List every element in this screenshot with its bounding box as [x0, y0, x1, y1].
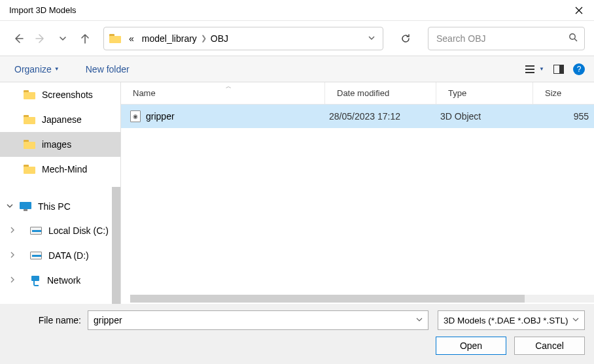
cancel-button[interactable]: Cancel — [514, 337, 585, 355]
sidebar-item-label: images — [42, 139, 71, 150]
title-bar: Import 3D Models — [0, 0, 594, 21]
chevron-down-icon — [59, 35, 67, 42]
toolbar: Organize ▼ New folder ▼ ? — [0, 56, 594, 82]
recent-locations-button[interactable] — [54, 29, 72, 48]
horizontal-scrollbar[interactable] — [130, 295, 594, 303]
preview-pane-icon — [553, 65, 564, 74]
search-icon — [568, 33, 578, 44]
sidebar-item-label: DATA (D:) — [48, 250, 89, 261]
column-headers: Name ︿ Date modified Type Size — [121, 82, 594, 105]
list-view-icon — [525, 65, 535, 74]
search-box[interactable] — [428, 27, 585, 50]
scrollbar-thumb[interactable] — [130, 295, 525, 303]
filename-input[interactable]: gripper — [88, 310, 428, 330]
file-name: gripper — [146, 111, 175, 122]
help-icon: ? — [577, 65, 582, 74]
folder-icon — [109, 34, 121, 43]
sort-indicator-icon: ︿ — [226, 82, 232, 91]
breadcrumb-part-1[interactable]: OBJ — [207, 33, 232, 44]
footer: File name: gripper 3D Models (*.DAE *.OB… — [0, 304, 594, 364]
chevron-down-icon — [572, 316, 579, 324]
close-icon — [575, 7, 583, 14]
column-header-name[interactable]: Name ︿ — [121, 82, 325, 104]
file-type-filter[interactable]: 3D Models (*.DAE *.OBJ *.STL) — [438, 310, 585, 330]
organize-label: Organize — [14, 64, 52, 74]
sidebar-item-screenshots[interactable]: Screenshots — [0, 82, 120, 107]
caret-down-icon: ▼ — [539, 66, 544, 72]
search-input[interactable] — [435, 33, 568, 44]
refresh-button[interactable] — [393, 27, 419, 50]
file-row[interactable]: ◉ gripper 28/05/2023 17:12 3D Object 955 — [121, 105, 594, 128]
file-pane: Name ︿ Date modified Type Size ◉ gripper — [121, 82, 594, 304]
column-header-type[interactable]: Type — [436, 82, 533, 104]
dialog-window: Import 3D Models « model_library ❯ OBJ — [0, 0, 594, 364]
sidebar-item-label: Screenshots — [42, 90, 93, 100]
sidebar-item-local-disk-c[interactable]: Local Disk (C:) — [0, 218, 120, 243]
disk-icon — [30, 227, 42, 235]
open-button[interactable]: Open — [436, 337, 506, 355]
column-label: Name — [133, 88, 156, 98]
breadcrumb-prefix[interactable]: « — [125, 33, 138, 44]
file-size-cell: 955 — [533, 111, 594, 122]
sidebar-item-data-d[interactable]: DATA (D:) — [0, 243, 120, 268]
forward-button[interactable] — [31, 29, 50, 48]
filename-value: gripper — [94, 315, 122, 325]
3d-file-icon: ◉ — [130, 110, 141, 122]
close-button[interactable] — [564, 0, 594, 21]
svg-rect-2 — [559, 65, 564, 73]
folder-icon — [24, 90, 35, 99]
organize-button[interactable]: Organize ▼ — [9, 61, 65, 77]
sidebar-item-label: Japanese — [42, 114, 82, 125]
folder-icon — [24, 165, 35, 174]
sidebar: Screenshots Japanese images Mech-Mind Th — [0, 82, 121, 304]
column-label: Type — [448, 88, 466, 98]
address-bar[interactable]: « model_library ❯ OBJ — [103, 27, 383, 50]
sidebar-item-network[interactable]: Network — [0, 268, 120, 293]
arrow-right-icon — [35, 33, 46, 44]
open-label: Open — [460, 340, 482, 351]
disk-icon — [30, 252, 42, 259]
svg-point-0 — [570, 34, 575, 39]
back-button[interactable] — [9, 29, 27, 48]
help-button[interactable]: ? — [573, 63, 585, 75]
expand-icon[interactable] — [9, 227, 16, 235]
folder-icon — [24, 115, 35, 124]
sidebar-scrollbar[interactable] — [112, 187, 120, 304]
cancel-label: Cancel — [535, 340, 564, 351]
column-label: Size — [545, 88, 561, 98]
expand-icon[interactable] — [9, 252, 16, 259]
collapse-icon[interactable] — [7, 203, 13, 210]
sidebar-item-label: Network — [47, 275, 80, 286]
caret-down-icon: ▼ — [54, 66, 60, 72]
sidebar-item-label: This PC — [38, 201, 71, 212]
nav-bar: « model_library ❯ OBJ — [0, 21, 594, 56]
arrow-up-icon — [79, 33, 91, 44]
column-header-size[interactable]: Size — [533, 82, 594, 104]
up-button[interactable] — [76, 29, 94, 48]
pc-icon — [20, 202, 31, 211]
chevron-right-icon: ❯ — [201, 34, 207, 42]
chevron-down-icon[interactable] — [416, 316, 423, 324]
preview-pane-button[interactable] — [550, 60, 568, 78]
view-options-button[interactable]: ▼ — [521, 60, 548, 78]
sidebar-item-this-pc[interactable]: This PC — [0, 195, 120, 218]
column-label: Date modified — [337, 88, 389, 98]
dialog-title: Import 3D Models — [9, 5, 77, 15]
sidebar-item-mech-mind[interactable]: Mech-Mind — [0, 157, 120, 182]
arrow-left-icon — [12, 33, 24, 44]
expand-icon[interactable] — [9, 276, 16, 284]
new-folder-label: New folder — [86, 64, 130, 74]
breadcrumb-part-0[interactable]: model_library — [138, 33, 201, 44]
address-dropdown[interactable] — [364, 33, 379, 44]
filename-label: File name: — [9, 315, 88, 325]
folder-icon — [24, 140, 35, 149]
refresh-icon — [400, 33, 411, 44]
file-name-cell: ◉ gripper — [121, 110, 325, 122]
new-folder-button[interactable]: New folder — [80, 61, 135, 77]
column-header-date[interactable]: Date modified — [325, 82, 436, 104]
file-type-cell: 3D Object — [436, 111, 533, 122]
sidebar-item-japanese[interactable]: Japanese — [0, 107, 120, 132]
sidebar-item-label: Mech-Mind — [42, 164, 87, 174]
sidebar-item-images[interactable]: images — [0, 132, 120, 157]
filter-value: 3D Models (*.DAE *.OBJ *.STL) — [444, 316, 568, 325]
